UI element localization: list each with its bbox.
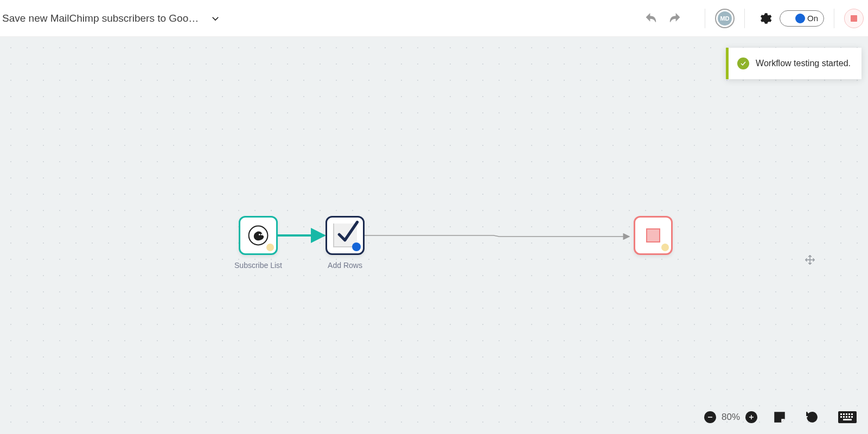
svg-rect-13 xyxy=(840,416,842,418)
top-bar: Save new MailChimp subscribers to Goo… M… xyxy=(0,0,868,37)
avatar-initials: MD xyxy=(718,11,732,25)
svg-rect-14 xyxy=(843,416,845,418)
node-subscribe-list[interactable]: Subscribe List xyxy=(239,216,278,255)
workflow-canvas[interactable]: Workflow testing started. Subscribe List xyxy=(0,37,868,434)
svg-rect-18 xyxy=(843,419,852,420)
svg-rect-9 xyxy=(843,413,845,415)
svg-point-3 xyxy=(261,234,263,235)
settings-button[interactable] xyxy=(755,8,775,29)
history-button[interactable] xyxy=(802,407,822,427)
connector-layer xyxy=(0,37,868,434)
node-add-rows[interactable]: Add Rows xyxy=(326,216,365,255)
toggle-knob xyxy=(795,14,805,23)
plus-icon xyxy=(748,414,755,420)
undo-icon xyxy=(644,11,658,25)
svg-rect-17 xyxy=(851,416,853,418)
undo-button[interactable] xyxy=(641,8,661,29)
svg-rect-11 xyxy=(848,413,850,415)
stop-testing-button[interactable] xyxy=(844,9,864,28)
user-avatar[interactable]: MD xyxy=(715,9,735,28)
gear-icon xyxy=(758,11,772,25)
minus-icon xyxy=(707,414,713,420)
mailchimp-icon xyxy=(248,225,269,246)
svg-rect-10 xyxy=(846,413,847,415)
svg-rect-16 xyxy=(848,416,850,418)
toggle-label: On xyxy=(807,14,818,23)
node-label: Add Rows xyxy=(328,261,362,270)
workflow-title-dropdown[interactable] xyxy=(207,10,224,27)
svg-rect-15 xyxy=(846,416,847,418)
check-circle-icon xyxy=(737,58,749,69)
chevron-down-icon xyxy=(210,14,220,23)
node-status-badge xyxy=(661,244,669,251)
keyboard-icon xyxy=(838,411,857,424)
zoom-in-button[interactable] xyxy=(745,411,757,423)
separator xyxy=(834,9,834,28)
pan-icon xyxy=(804,254,816,268)
workflow-title: Save new MailChimp subscribers to Goo… xyxy=(2,12,199,24)
bottom-toolbar: 80% xyxy=(704,407,860,427)
svg-rect-12 xyxy=(851,413,853,415)
stop-icon xyxy=(851,15,857,22)
toast-message: Workflow testing started. xyxy=(756,59,851,68)
separator xyxy=(744,9,745,28)
zoom-out-button[interactable] xyxy=(704,411,716,423)
redo-icon xyxy=(668,11,682,25)
svg-point-2 xyxy=(259,234,260,235)
zoom-level: 80% xyxy=(722,412,740,423)
node-label: Subscribe List xyxy=(234,261,282,270)
keyboard-shortcuts-button[interactable] xyxy=(834,407,860,427)
history-icon xyxy=(805,410,819,424)
sticky-note-icon xyxy=(773,410,787,424)
node-status-badge xyxy=(266,244,274,251)
stop-square-icon xyxy=(646,228,660,242)
notes-button[interactable] xyxy=(769,407,790,427)
separator xyxy=(705,9,705,28)
redo-button[interactable] xyxy=(665,8,685,29)
node-status-badge xyxy=(352,242,361,251)
svg-rect-8 xyxy=(840,413,842,415)
workflow-on-toggle[interactable]: On xyxy=(780,10,824,27)
node-stop[interactable] xyxy=(634,216,673,255)
toast-notification: Workflow testing started. xyxy=(726,48,861,79)
